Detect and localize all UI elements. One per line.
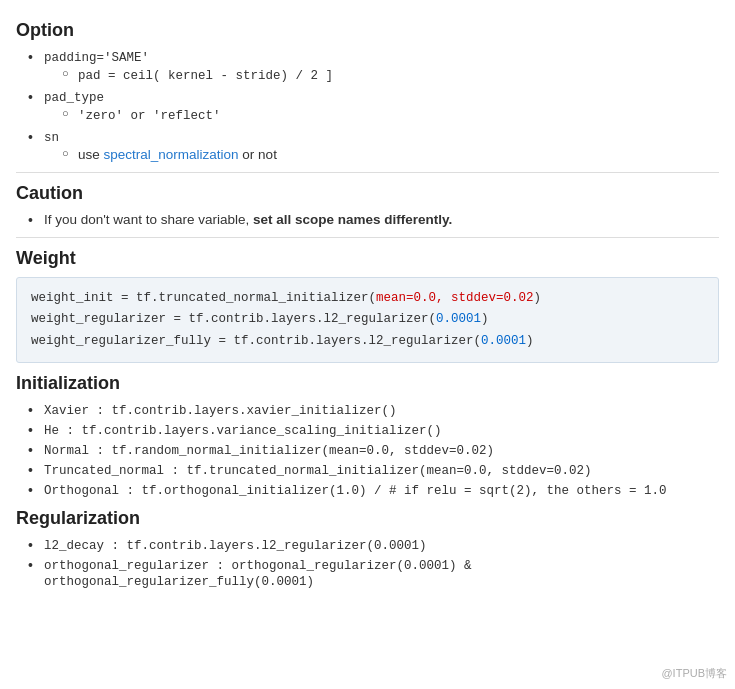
list-item: sn use spectral_normalization or not bbox=[26, 129, 719, 162]
divider-2 bbox=[16, 237, 719, 238]
caution-section: Caution If you don't want to share varia… bbox=[16, 183, 719, 227]
weight-section: Weight weight_init = tf.truncated_normal… bbox=[16, 248, 719, 363]
item-text: He : tf.contrib.layers.variance_scaling_… bbox=[44, 424, 442, 438]
spectral-normalization-link[interactable]: spectral_normalization bbox=[104, 147, 239, 162]
weight-code-block: weight_init = tf.truncated_normal_initia… bbox=[16, 277, 719, 363]
item-text: Orthogonal : tf.orthogonal_initializer(1… bbox=[44, 484, 667, 498]
code-params: 0.0001 bbox=[436, 312, 481, 326]
list-item: Xavier : tf.contrib.layers.xavier_initia… bbox=[26, 402, 719, 418]
watermark: @ITPUB博客 bbox=[661, 666, 727, 681]
list-item: Normal : tf.random_normal_initializer(me… bbox=[26, 442, 719, 458]
regularization-list: l2_decay : tf.contrib.layers.l2_regulari… bbox=[16, 537, 719, 589]
sub-text: pad = ceil( kernel - stride) / 2 ] bbox=[78, 69, 333, 83]
item-text: pad_type bbox=[44, 91, 104, 105]
caution-text-before: If you don't want to share variable, bbox=[44, 212, 253, 227]
caution-item: If you don't want to share variable, set… bbox=[26, 212, 719, 227]
code-params: 0.0001 bbox=[481, 334, 526, 348]
code-suffix: ) bbox=[534, 291, 542, 305]
item-text: Truncated_normal : tf.truncated_normal_i… bbox=[44, 464, 592, 478]
sub-item: 'zero' or 'reflect' bbox=[60, 107, 719, 123]
code-line-3: weight_regularizer_fully = tf.contrib.la… bbox=[31, 331, 704, 352]
sub-item: use spectral_normalization or not bbox=[60, 147, 719, 162]
caution-title: Caution bbox=[16, 183, 719, 204]
initialization-title: Initialization bbox=[16, 373, 719, 394]
sub-list: use spectral_normalization or not bbox=[44, 147, 719, 162]
sub-text-after: or not bbox=[239, 147, 277, 162]
code-suffix: ) bbox=[481, 312, 489, 326]
sub-text-before: use bbox=[78, 147, 104, 162]
caution-list: If you don't want to share variable, set… bbox=[16, 212, 719, 227]
initialization-section: Initialization Xavier : tf.contrib.layer… bbox=[16, 373, 719, 498]
list-item: padding='SAME' pad = ceil( kernel - stri… bbox=[26, 49, 719, 83]
option-list: padding='SAME' pad = ceil( kernel - stri… bbox=[16, 49, 719, 162]
item-text: l2_decay : tf.contrib.layers.l2_regulari… bbox=[44, 539, 427, 553]
caution-text-bold: set all scope names differently. bbox=[253, 212, 452, 227]
code-suffix: ) bbox=[526, 334, 534, 348]
item-text: Normal : tf.random_normal_initializer(me… bbox=[44, 444, 494, 458]
code-line-1: weight_init = tf.truncated_normal_initia… bbox=[31, 288, 704, 309]
sub-text: 'zero' or 'reflect' bbox=[78, 109, 221, 123]
initialization-list: Xavier : tf.contrib.layers.xavier_initia… bbox=[16, 402, 719, 498]
list-item: Truncated_normal : tf.truncated_normal_i… bbox=[26, 462, 719, 478]
list-item: He : tf.contrib.layers.variance_scaling_… bbox=[26, 422, 719, 438]
divider-1 bbox=[16, 172, 719, 173]
code-prefix: weight_regularizer = tf.contrib.layers.l… bbox=[31, 312, 436, 326]
item-text: Xavier : tf.contrib.layers.xavier_initia… bbox=[44, 404, 397, 418]
code-params: mean=0.0, stddev=0.02 bbox=[376, 291, 534, 305]
code-prefix: weight_init = tf.truncated_normal_initia… bbox=[31, 291, 376, 305]
weight-title: Weight bbox=[16, 248, 719, 269]
sub-item: pad = ceil( kernel - stride) / 2 ] bbox=[60, 67, 719, 83]
code-prefix: weight_regularizer_fully = tf.contrib.la… bbox=[31, 334, 481, 348]
regularization-title: Regularization bbox=[16, 508, 719, 529]
option-title: Option bbox=[16, 20, 719, 41]
sub-list: pad = ceil( kernel - stride) / 2 ] bbox=[44, 67, 719, 83]
list-item: pad_type 'zero' or 'reflect' bbox=[26, 89, 719, 123]
list-item: orthogonal_regularizer : orthogonal_regu… bbox=[26, 557, 719, 589]
sub-list: 'zero' or 'reflect' bbox=[44, 107, 719, 123]
item-text: padding='SAME' bbox=[44, 51, 149, 65]
list-item: l2_decay : tf.contrib.layers.l2_regulari… bbox=[26, 537, 719, 553]
regularization-section: Regularization l2_decay : tf.contrib.lay… bbox=[16, 508, 719, 589]
item-text: orthogonal_regularizer : orthogonal_regu… bbox=[44, 559, 472, 589]
code-line-2: weight_regularizer = tf.contrib.layers.l… bbox=[31, 309, 704, 330]
option-section: Option padding='SAME' pad = ceil( kernel… bbox=[16, 20, 719, 162]
item-text: sn bbox=[44, 131, 59, 145]
list-item: Orthogonal : tf.orthogonal_initializer(1… bbox=[26, 482, 719, 498]
